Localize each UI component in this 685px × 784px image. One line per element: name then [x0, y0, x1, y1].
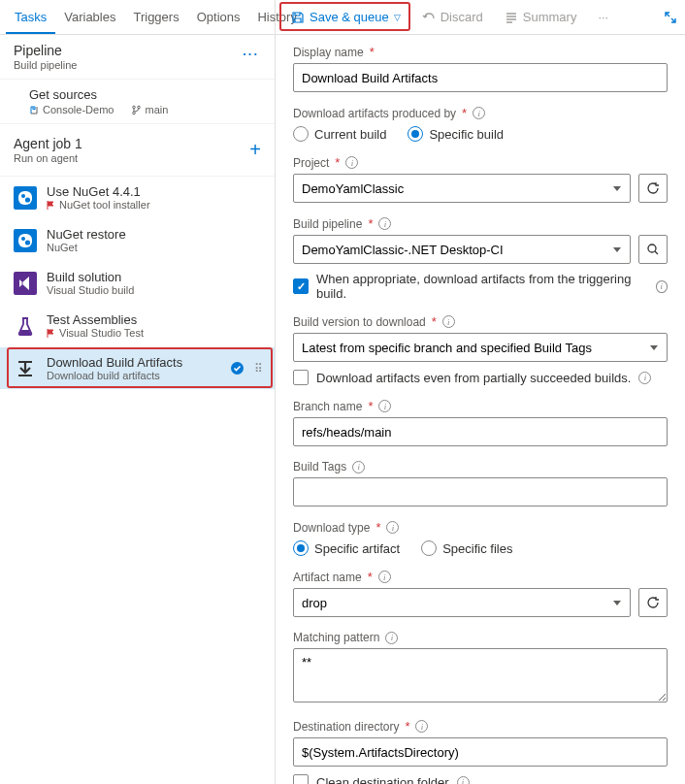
- visual-studio-icon: [14, 272, 37, 295]
- info-icon[interactable]: [378, 400, 391, 412]
- info-icon[interactable]: [352, 461, 365, 474]
- artifact-name-select[interactable]: [293, 588, 631, 617]
- task-title: NuGet restore: [47, 227, 261, 242]
- info-icon[interactable]: [473, 107, 485, 119]
- save-queue-button[interactable]: Save & queue ▽: [283, 6, 408, 28]
- info-icon[interactable]: [385, 632, 398, 644]
- task-nuget-restore[interactable]: NuGet restore NuGet: [0, 219, 275, 262]
- info-icon[interactable]: [656, 280, 668, 293]
- info-icon[interactable]: [378, 571, 391, 583]
- info-icon[interactable]: [345, 156, 358, 169]
- branch-icon: [131, 105, 142, 115]
- task-title: Build solution: [47, 270, 261, 284]
- fullscreen-icon[interactable]: [664, 11, 677, 24]
- task-sub: NuGet tool installer: [59, 199, 150, 211]
- svg-point-4: [21, 194, 25, 198]
- artifact-name-label: Artifact name: [293, 571, 362, 584]
- dest-dir-label: Destination directory: [293, 720, 399, 734]
- info-icon[interactable]: [457, 776, 470, 785]
- tab-options[interactable]: Options: [188, 2, 249, 34]
- summary-label: Summary: [523, 10, 577, 24]
- download-icon: [14, 357, 37, 380]
- download-type-label: Download type: [293, 521, 370, 535]
- left-sidebar: Tasks Variables Triggers Options History…: [0, 0, 276, 784]
- add-task-icon[interactable]: +: [249, 139, 261, 161]
- build-tags-input[interactable]: [293, 477, 668, 506]
- svg-point-7: [21, 237, 25, 241]
- tab-variables[interactable]: Variables: [55, 2, 124, 34]
- search-button[interactable]: [638, 235, 668, 264]
- pipeline-title: Pipeline: [14, 43, 261, 58]
- task-title: Use NuGet 4.4.1: [47, 184, 261, 199]
- clean-dest-label: Clean destination folder: [316, 775, 449, 785]
- get-sources-title: Get sources: [29, 87, 261, 102]
- info-icon[interactable]: [415, 720, 428, 733]
- refresh-button[interactable]: [638, 174, 668, 203]
- partial-succeeded-checkbox[interactable]: [293, 370, 309, 385]
- radio-specific-build[interactable]: Specific build: [408, 126, 504, 142]
- svg-point-1: [138, 106, 141, 109]
- flag-icon: [47, 329, 55, 338]
- refresh-button[interactable]: [638, 588, 668, 617]
- pipeline-header[interactable]: Pipeline Build pipeline ···: [0, 35, 275, 80]
- discard-button[interactable]: Discard: [414, 6, 491, 28]
- build-pipeline-select[interactable]: [293, 235, 631, 264]
- nuget-icon: [14, 229, 37, 252]
- tab-triggers[interactable]: Triggers: [124, 2, 187, 34]
- info-icon[interactable]: [386, 521, 399, 534]
- agent-job-subtitle: Run on agent: [14, 152, 82, 164]
- task-use-nuget[interactable]: Use NuGet 4.4.1 NuGet tool installer: [0, 177, 275, 219]
- branch-name: main: [146, 104, 169, 115]
- task-sub: Visual Studio Test: [59, 327, 144, 339]
- task-test-assemblies[interactable]: Test Assemblies Visual Studio Test: [0, 305, 275, 347]
- info-icon[interactable]: [442, 315, 455, 328]
- display-name-input[interactable]: [293, 63, 668, 92]
- summary-icon: [505, 11, 518, 24]
- repo-icon: [29, 105, 40, 115]
- svg-point-5: [25, 197, 30, 202]
- svg-point-2: [133, 112, 136, 114]
- check-icon: [230, 361, 245, 376]
- task-sub: Visual Studio build: [47, 284, 261, 296]
- agent-job-row[interactable]: Agent job 1 Run on agent +: [0, 124, 275, 177]
- more-button[interactable]: ···: [590, 6, 616, 28]
- matching-pattern-textarea[interactable]: [293, 648, 668, 702]
- save-icon: [291, 11, 305, 24]
- agent-job-title: Agent job 1: [14, 136, 82, 151]
- pipeline-more-icon[interactable]: ···: [243, 47, 259, 61]
- triggering-build-label: When appropriate, download artifacts fro…: [316, 272, 648, 301]
- build-tags-label: Build Tags: [293, 460, 346, 474]
- toolbar: Save & queue ▽ Discard Summary ···: [276, 0, 685, 35]
- info-icon[interactable]: [378, 217, 391, 230]
- triggering-build-checkbox[interactable]: [293, 278, 309, 294]
- drag-handle-icon[interactable]: ⠿: [254, 362, 261, 376]
- info-icon[interactable]: [638, 372, 651, 384]
- partial-succeeded-label: Download artifacts even from partially s…: [316, 371, 631, 385]
- task-build-solution[interactable]: Build solution Visual Studio build: [0, 262, 275, 305]
- pipeline-subtitle: Build pipeline: [14, 59, 261, 71]
- save-queue-label: Save & queue: [310, 10, 389, 24]
- project-label: Project: [293, 156, 329, 170]
- build-version-label: Build version to download: [293, 315, 426, 329]
- branch-name-label: Branch name: [293, 400, 362, 413]
- task-title: Test Assemblies: [47, 312, 261, 327]
- produced-by-label: Download artifacts produced by: [293, 107, 456, 120]
- radio-current-build[interactable]: Current build: [293, 126, 386, 142]
- radio-specific-artifact[interactable]: Specific artifact: [293, 540, 400, 556]
- task-sub: Download build artifacts: [47, 370, 220, 381]
- matching-pattern-label: Matching pattern: [293, 631, 379, 644]
- repo-name: Console-Demo: [43, 104, 114, 115]
- get-sources[interactable]: Get sources Console-Demo main: [0, 80, 275, 124]
- tab-tasks[interactable]: Tasks: [6, 2, 55, 34]
- dest-dir-input[interactable]: [293, 737, 668, 767]
- branch-name-input[interactable]: [293, 417, 668, 446]
- build-version-select[interactable]: [293, 333, 668, 362]
- project-select[interactable]: [293, 174, 631, 203]
- task-download-artifacts[interactable]: Download Build Artifacts Download build …: [0, 347, 275, 390]
- clean-dest-checkbox[interactable]: [293, 774, 309, 784]
- svg-point-0: [133, 106, 136, 109]
- radio-specific-files[interactable]: Specific files: [421, 540, 512, 556]
- flask-icon: [14, 314, 37, 338]
- summary-button[interactable]: Summary: [497, 6, 585, 28]
- svg-point-8: [25, 240, 30, 245]
